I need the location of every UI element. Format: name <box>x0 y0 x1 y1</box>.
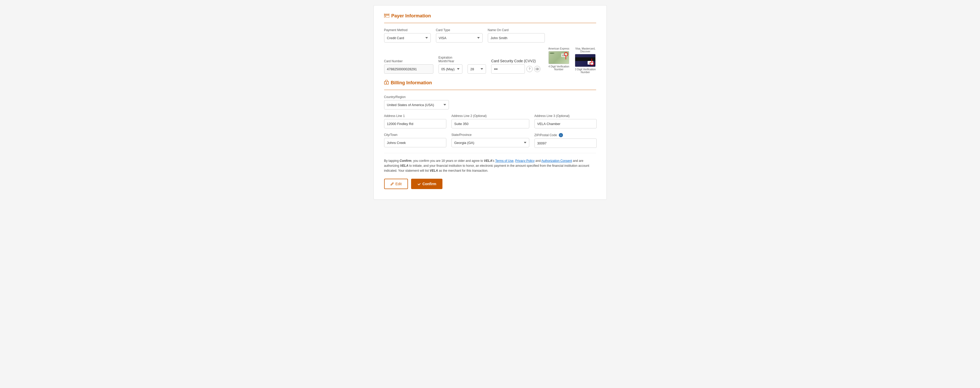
addr1-group: Address Line 1 <box>384 114 446 128</box>
exp-year-label <box>468 59 486 63</box>
addr1-label: Address Line 1 <box>384 114 446 118</box>
consent-vela1: VELA <box>484 159 492 163</box>
edit-button[interactable]: Edit <box>384 179 408 189</box>
payer-icon <box>384 13 389 19</box>
billing-row-country: Country/Region United States of America … <box>384 95 596 109</box>
svg-point-4 <box>537 69 538 70</box>
svg-rect-1 <box>384 14 389 15</box>
addr3-label: Address Line 3 (Optional) <box>535 114 597 118</box>
addr2-input[interactable] <box>452 119 529 128</box>
state-select[interactable]: Georgia (GA) <box>452 138 529 147</box>
payer-section-title: Payer Information <box>391 13 431 19</box>
svg-rect-2 <box>385 16 386 17</box>
billing-row-address: Address Line 1 Address Line 2 (Optional)… <box>384 114 596 128</box>
consent-confirm-word: Confirm <box>400 159 412 163</box>
addr1-input[interactable] <box>384 119 446 128</box>
card-type-label: Card Type <box>436 28 483 32</box>
exp-month-group: Expiration Month/Year 05 (May) <box>439 56 462 73</box>
cvv-label: Card Security Code (CVV2) <box>491 59 541 63</box>
name-on-card-label: Name On Card <box>488 28 545 32</box>
edit-icon <box>390 182 394 186</box>
billing-section-title: Billing Information <box>391 80 432 86</box>
consent-mid: , you confirm you are 18 years or older … <box>412 159 484 163</box>
exp-month-select[interactable]: 05 (May) <box>439 64 462 73</box>
exp-year-select[interactable]: 28 <box>468 64 486 73</box>
privacy-link[interactable]: Privacy Policy <box>515 159 535 163</box>
cvv-toggle-button[interactable] <box>534 66 541 72</box>
consent-apostrophe: 's <box>492 159 495 163</box>
exp-year-group: 28 <box>468 59 486 73</box>
payer-divider <box>384 23 596 23</box>
cvv-input[interactable] <box>491 64 525 73</box>
card-type-select[interactable]: VISA <box>436 33 483 43</box>
terms-link[interactable]: Terms of Use <box>495 159 514 163</box>
amex-card-item: American Express AMEX 1234 4 Digit Verif… <box>548 47 570 73</box>
exp-label: Expiration Month/Year <box>439 56 462 63</box>
cvv-cards: American Express AMEX 1234 4 Digit Verif… <box>548 47 596 73</box>
card-type-group: Card Type VISA <box>436 28 483 43</box>
consent-vela2: VELA <box>400 164 409 168</box>
country-label: Country/Region <box>384 95 449 99</box>
amex-sublabel: 4 Digit Verification Number <box>548 65 570 71</box>
consent-prefix: By tapping <box>384 159 400 163</box>
zip-group: ZIP/Postal Code i <box>535 133 597 148</box>
svg-rect-6 <box>386 83 387 83</box>
city-group: City/Town <box>384 133 446 148</box>
city-input[interactable] <box>384 138 446 147</box>
addr2-group: Address Line 2 (Optional) <box>452 114 529 128</box>
visa-mc-sublabel: 3 Digit Verification Number <box>574 68 596 73</box>
button-row: Edit Confirm <box>384 179 596 189</box>
billing-icon <box>384 80 389 86</box>
payment-method-label: Payment Method <box>384 28 431 32</box>
name-on-card-group: Name On Card <box>488 28 545 43</box>
consent-text: By tapping Confirm, you confirm you are … <box>384 153 596 174</box>
page-wrapper: Payer Information Payment Method Credit … <box>374 5 607 200</box>
payer-row-1: Payment Method Credit Card Card Type VIS… <box>384 28 596 43</box>
cvv-group: Card Security Code (CVV2) ? <box>491 59 541 73</box>
payment-method-group: Payment Method Credit Card <box>384 28 431 43</box>
amex-label: American Express <box>548 47 569 50</box>
addr3-input[interactable] <box>535 119 597 128</box>
billing-section: Billing Information Country/Region Unite… <box>384 80 596 148</box>
cvv-help-button[interactable]: ? <box>527 66 533 72</box>
name-on-card-input[interactable] <box>488 33 545 43</box>
amex-card-image: AMEX 1234 <box>549 51 569 64</box>
zip-label: ZIP/Postal Code i <box>535 133 597 137</box>
visa-mc-card-image: 123 <box>575 54 596 67</box>
state-group: State/Province Georgia (GA) <box>452 133 529 148</box>
payer-section-header: Payer Information <box>384 13 596 19</box>
city-label: City/Town <box>384 133 446 137</box>
auth-link[interactable]: Authorization Consent <box>541 159 572 163</box>
consent-comma: , <box>514 159 515 163</box>
confirm-button[interactable]: Confirm <box>411 179 443 189</box>
confirm-checkmark-icon <box>417 182 421 186</box>
consent-and: and <box>535 159 541 163</box>
card-number-input[interactable] <box>384 64 433 73</box>
state-label: State/Province <box>452 133 529 137</box>
svg-rect-0 <box>384 13 389 18</box>
visa-mc-label: Visa, Mastercard, Discover <box>574 47 596 53</box>
visa-mc-card-item: Visa, Mastercard, Discover 123 3 Digit V… <box>574 47 596 73</box>
country-group: Country/Region United States of America … <box>384 95 449 109</box>
zip-info-icon[interactable]: i <box>559 133 563 137</box>
edit-label: Edit <box>396 182 402 186</box>
card-number-group: Card Number <box>384 59 433 73</box>
billing-row-city-state-zip: City/Town State/Province Georgia (GA) ZI… <box>384 133 596 148</box>
payment-method-select[interactable]: Credit Card <box>384 33 431 43</box>
payer-row-2: Card Number Expiration Month/Year 05 (Ma… <box>384 47 596 73</box>
zip-input[interactable] <box>535 139 597 148</box>
consent-vela3: VELA <box>430 169 438 172</box>
cvv-input-wrapper: ? <box>491 64 541 73</box>
consent-merchant: as the merchant for this transaction. <box>438 169 488 172</box>
card-stripe <box>575 57 595 61</box>
card-number-label: Card Number <box>384 59 433 63</box>
country-select[interactable]: United States of America (USA) <box>384 100 449 109</box>
addr3-group: Address Line 3 (Optional) <box>535 114 597 128</box>
confirm-label: Confirm <box>423 182 436 186</box>
addr2-label: Address Line 2 (Optional) <box>452 114 529 118</box>
billing-section-header: Billing Information <box>384 80 596 86</box>
